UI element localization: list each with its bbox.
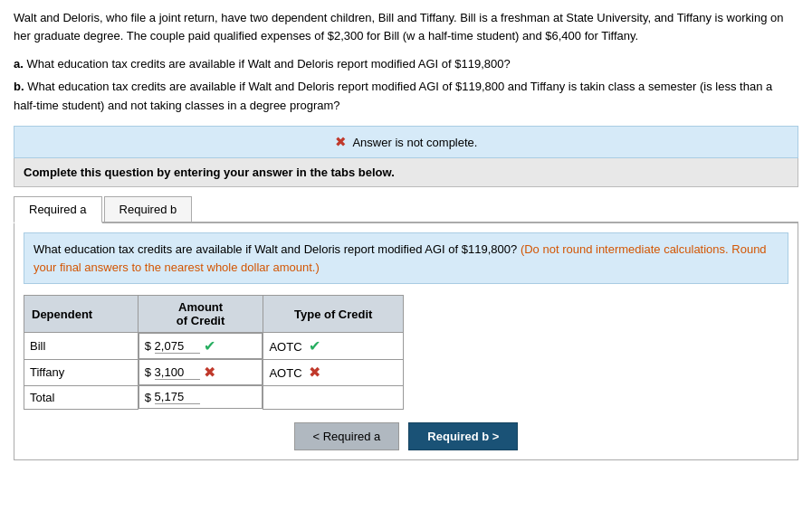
answer-status-banner: ✖ Answer is not complete. (14, 126, 798, 158)
question-b: b. What education tax credits are availa… (14, 78, 798, 116)
intro-paragraph: Walt and Deloris, who file a joint retur… (14, 9, 798, 44)
intro-block: Walt and Deloris, who file a joint retur… (14, 9, 798, 115)
credit-table: Dependent Amountof Credit Type of Credit… (24, 295, 404, 410)
cell-dependent-tiffany: Tiffany (24, 359, 139, 385)
table-row: Total $ 5,175 (24, 385, 404, 409)
col-header-type: Type of Credit (263, 296, 404, 333)
cell-type-tiffany: AOTC ✖ (263, 359, 404, 385)
table-row: Bill $ 2,075 ✔ AOTC ✔ (24, 333, 404, 360)
complete-instruction: Complete this question by entering your … (14, 158, 798, 187)
cell-amount-tiffany: $ 3,100 ✖ (139, 359, 263, 385)
questions-block: a. What education tax credits are availa… (14, 55, 798, 115)
cell-type-bill: AOTC ✔ (263, 333, 404, 360)
col-header-dependent: Dependent (24, 296, 139, 333)
tabs-container: Required a Required b (14, 196, 798, 223)
nav-buttons: < Required a Required b > (24, 422, 788, 450)
cell-type-total (263, 385, 404, 409)
tab-content-required-a: What education tax credits are available… (14, 223, 798, 460)
cell-amount-total: $ 5,175 (139, 385, 263, 409)
check-icon-bill-amount: ✔ (204, 337, 215, 355)
x-icon-tiffany-amount: ✖ (204, 364, 215, 381)
question-a: a. What education tax credits are availa… (14, 55, 798, 74)
error-icon: ✖ (335, 134, 347, 149)
cell-amount-bill: $ 2,075 ✔ (139, 333, 263, 359)
next-button[interactable]: Required b > (408, 422, 518, 450)
tab-question: What education tax credits are available… (24, 232, 788, 284)
cell-dependent-total: Total (24, 385, 139, 409)
answer-status-text: Answer is not complete. (352, 136, 477, 149)
table-row: Tiffany $ 3,100 ✖ AOTC ✖ (24, 359, 404, 385)
tab-required-a[interactable]: Required a (14, 196, 102, 223)
cell-dependent-bill: Bill (24, 333, 139, 360)
tab-required-b[interactable]: Required b (104, 196, 193, 222)
col-header-amount: Amountof Credit (138, 296, 263, 333)
x-icon-tiffany-type: ✖ (309, 364, 320, 380)
check-icon-bill-type: ✔ (309, 338, 320, 354)
prev-button[interactable]: < Required a (294, 422, 400, 450)
